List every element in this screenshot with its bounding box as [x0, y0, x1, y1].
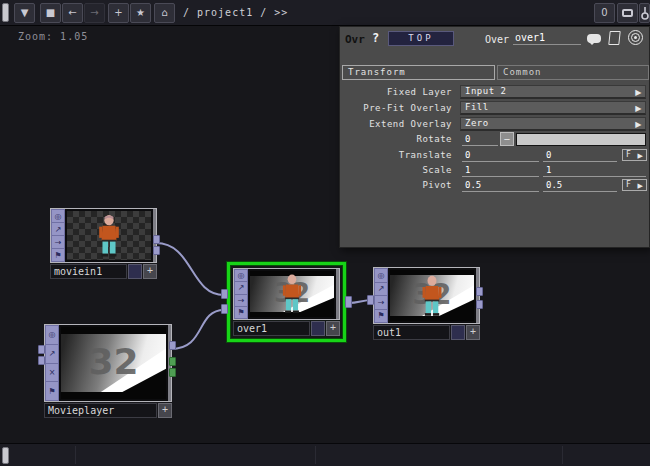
- node-expand-button[interactable]: +: [158, 403, 172, 418]
- input-connector[interactable]: [38, 345, 45, 354]
- extend-overlay-menu[interactable]: Zero ▶: [460, 117, 646, 131]
- tab-transform[interactable]: Transform: [342, 65, 495, 80]
- node-name[interactable]: moviein1: [50, 264, 127, 279]
- output-connector[interactable]: [345, 296, 352, 308]
- prefit-overlay-menu[interactable]: Fill ▶: [460, 101, 646, 115]
- output-connector[interactable]: [169, 341, 176, 350]
- input-connector[interactable]: [38, 356, 45, 365]
- bottom-toolbar: [0, 443, 650, 466]
- output-connector[interactable]: [476, 287, 483, 296]
- bypass-flag-icon[interactable]: ⚑: [51, 248, 65, 262]
- node-name[interactable]: over1: [233, 321, 310, 336]
- scale-y-field[interactable]: 1: [543, 164, 646, 177]
- node-color-button[interactable]: [128, 264, 142, 279]
- output-connector[interactable]: [476, 300, 483, 309]
- op-name-field[interactable]: over1: [513, 32, 581, 45]
- display-flag-icon[interactable]: ↗: [374, 282, 388, 296]
- rotate-value-field[interactable]: 0: [462, 133, 498, 146]
- counter-button[interactable]: 0: [594, 3, 615, 23]
- node-expand-button[interactable]: +: [143, 264, 157, 279]
- bookmark-button[interactable]: ★: [130, 3, 151, 23]
- viewer-flag-icon[interactable]: ◎: [374, 268, 388, 282]
- pivot-y-field[interactable]: 0.5: [543, 179, 617, 192]
- op-type-abbr: Ovr: [345, 33, 365, 46]
- output-connector-dat[interactable]: [169, 357, 176, 366]
- output-connector[interactable]: [153, 246, 160, 255]
- add-button[interactable]: +: [108, 3, 129, 23]
- forward-button[interactable]: →: [84, 3, 105, 23]
- stop-button[interactable]: ■: [40, 3, 61, 23]
- breadcrumb[interactable]: / project1 / >>: [183, 7, 288, 18]
- fixed-layer-menu[interactable]: Input 2 ▶: [460, 85, 646, 99]
- translate-y-field[interactable]: 0: [543, 149, 617, 162]
- bypass-flag-icon[interactable]: ⚑: [374, 309, 388, 324]
- wire-movieplayer-over1[interactable]: [171, 310, 224, 349]
- menu-arrow-icon: ▶: [635, 119, 642, 130]
- node-out1[interactable]: ◎ ↗ → ⚑ 32: [373, 267, 480, 340]
- op-family-button[interactable]: TOP: [388, 31, 454, 46]
- node-namebar: over1 +: [233, 321, 340, 336]
- pivot-field-mode-button[interactable]: F ▶: [622, 179, 647, 191]
- node-over1-selection: ◎ ↗ → ⚑ 32: [227, 262, 346, 342]
- bypass-flag-icon[interactable]: ⚑: [234, 306, 248, 319]
- perform-mode-button[interactable]: [617, 3, 638, 23]
- node-name[interactable]: out1: [373, 325, 450, 340]
- rotate-slider-track[interactable]: [516, 133, 646, 146]
- home-button[interactable]: ⌂: [154, 3, 175, 23]
- node-moviein1[interactable]: ◎ ↗ → ⚑: [50, 208, 157, 279]
- help-button[interactable]: ?: [372, 31, 379, 45]
- toolbar-drag-handle[interactable]: [2, 3, 9, 22]
- node-over1[interactable]: ◎ ↗ → ⚑ 32: [233, 268, 340, 336]
- translate-x-field[interactable]: 0: [462, 149, 539, 162]
- language-target-icon[interactable]: [628, 30, 643, 45]
- output-connector[interactable]: [153, 235, 160, 244]
- back-button[interactable]: ←: [62, 3, 83, 23]
- display-flag-icon[interactable]: ↗: [45, 344, 59, 363]
- dropdown-menu-button[interactable]: ▼: [14, 3, 35, 23]
- comment-icon[interactable]: [587, 34, 601, 43]
- node-color-button[interactable]: [311, 321, 325, 336]
- node-flags: ◎ ↗ → ⚑: [374, 268, 388, 323]
- divider: [562, 446, 563, 464]
- pivot-x-field[interactable]: 0.5: [462, 179, 539, 192]
- stop-icon: ■: [46, 7, 55, 18]
- viewer-flag-icon[interactable]: ◎: [51, 209, 65, 222]
- node-expand-button[interactable]: +: [466, 325, 480, 340]
- plus-icon: +: [162, 404, 168, 415]
- input-connector[interactable]: [367, 295, 374, 305]
- param-label: Fixed Layer: [340, 87, 452, 97]
- plus-icon: +: [470, 326, 476, 337]
- node-color-button[interactable]: [451, 325, 465, 340]
- input-connector[interactable]: [221, 304, 228, 314]
- monitor-icon: [622, 9, 633, 17]
- render-flag-icon[interactable]: →: [234, 294, 248, 306]
- bypass-flag-icon[interactable]: ×: [45, 363, 59, 382]
- render-flag-icon[interactable]: →: [374, 295, 388, 309]
- scale-x-field[interactable]: 1: [462, 164, 539, 177]
- rotate-slider-handle[interactable]: –: [500, 132, 514, 146]
- param-row-prefit-overlay: Pre-Fit Overlay Fill ▶: [340, 101, 650, 115]
- star-icon: ★: [136, 7, 145, 18]
- menu-arrow-icon: ▶: [635, 87, 642, 98]
- render-flag-icon[interactable]: →: [51, 235, 65, 248]
- toolbar-drag-handle[interactable]: [2, 447, 9, 464]
- wire-moviein1-over1[interactable]: [156, 243, 224, 295]
- pin-icon: [641, 7, 649, 20]
- output-connector-dat[interactable]: [169, 368, 176, 377]
- input-connector[interactable]: [221, 289, 228, 299]
- viewer-flag-icon[interactable]: ◎: [234, 269, 248, 281]
- node-name[interactable]: Movieplayer: [44, 403, 157, 418]
- pin-button[interactable]: [639, 3, 650, 23]
- copy-parameters-icon[interactable]: [608, 31, 620, 45]
- translate-field-mode-button[interactable]: F ▶: [622, 149, 647, 161]
- menu-arrow-icon: ▶: [638, 181, 643, 191]
- plus-icon: +: [114, 7, 122, 18]
- node-movieplayer[interactable]: ◎ ↗ × ⚑ 32 Movieplayer +: [44, 324, 172, 418]
- display-flag-icon[interactable]: ↗: [234, 281, 248, 293]
- node-expand-button[interactable]: +: [326, 321, 340, 336]
- flag-icon[interactable]: ⚑: [45, 381, 59, 401]
- viewer-flag-icon[interactable]: ◎: [45, 325, 59, 344]
- tab-common[interactable]: Common: [497, 65, 649, 80]
- param-label: Translate: [340, 150, 452, 160]
- display-flag-icon[interactable]: ↗: [51, 222, 65, 235]
